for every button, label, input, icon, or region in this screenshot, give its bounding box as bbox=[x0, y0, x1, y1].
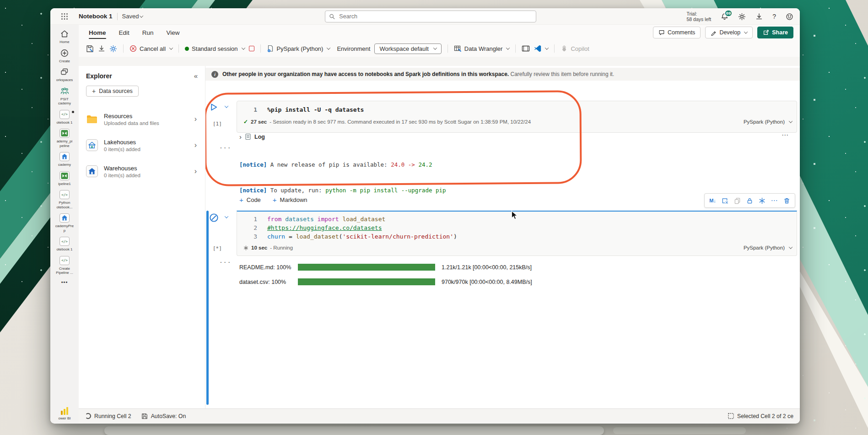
help-button[interactable]: ? bbox=[772, 13, 776, 20]
delete-cell-button[interactable] bbox=[781, 195, 793, 207]
log-doc-icon bbox=[245, 133, 251, 140]
output-more-button[interactable]: ⋯ bbox=[782, 131, 789, 139]
data-wrangler-button[interactable]: Data Wrangler bbox=[454, 45, 510, 52]
app-window: Notebook 1 Saved Trial: 58 days left bbox=[50, 8, 800, 424]
cancel-all-button[interactable]: Cancel all bbox=[129, 45, 173, 52]
waffle-menu[interactable] bbox=[50, 13, 79, 20]
explorer-panel: Explorer « + Data sources bbox=[79, 66, 205, 408]
environment-label[interactable]: Environment bbox=[337, 45, 370, 52]
rail-item-academyprep-lakehouse[interactable]: cademyPre p bbox=[50, 213, 79, 233]
add-markdown-button[interactable]: + Markdown bbox=[273, 196, 307, 204]
explorer-item-resources[interactable]: Resources Uploaded data and files › bbox=[86, 108, 198, 130]
add-cell-row: + Code + Markdown bbox=[239, 196, 307, 204]
session-status-dropdown[interactable]: Standard session bbox=[185, 45, 244, 52]
plus-icon: + bbox=[239, 196, 243, 204]
desk-reflection-2 bbox=[613, 427, 746, 434]
save-notebook-button[interactable] bbox=[86, 45, 94, 53]
execution-count-label: [*] bbox=[213, 245, 222, 251]
freeze-snowflake-icon bbox=[759, 197, 766, 204]
cell-collapse-chevron[interactable] bbox=[225, 104, 228, 108]
notebook-canvas: i Other people in your organization may … bbox=[205, 66, 800, 408]
selection-status: Selected Cell 2 of 2 ce bbox=[728, 413, 793, 419]
run-cell-button[interactable] bbox=[209, 103, 218, 112]
copy-cell-button[interactable] bbox=[731, 195, 744, 207]
tab-view[interactable]: View bbox=[167, 25, 180, 40]
notifications-button[interactable]: 69 bbox=[721, 13, 728, 21]
stop-session-button[interactable] bbox=[249, 46, 254, 51]
chevron-right-icon[interactable]: › bbox=[194, 141, 197, 149]
rail-item-power-bi[interactable]: ower BI bbox=[50, 407, 79, 421]
code-cell-1[interactable]: 1 %pip install -U -q datasets ✓ 27 sec -… bbox=[237, 101, 797, 133]
chevron-right-icon[interactable]: › bbox=[194, 115, 197, 123]
rail-item-create-pipeline[interactable]: </> Create Pipeline ... bbox=[50, 256, 79, 275]
tab-run[interactable]: Run bbox=[142, 25, 154, 40]
save-status: Saved bbox=[122, 13, 139, 20]
run-triangle-icon bbox=[209, 103, 218, 112]
rail-item-pipeline1[interactable]: ipeline1 bbox=[50, 171, 79, 186]
plus-icon: + bbox=[273, 196, 277, 204]
copilot-button[interactable]: Copilot bbox=[561, 45, 589, 52]
rail-item-psit-academy[interactable]: PSIT cademy bbox=[50, 87, 79, 106]
tab-edit[interactable]: Edit bbox=[119, 25, 129, 40]
log-toggle[interactable]: › Log bbox=[239, 133, 265, 141]
trash-icon bbox=[783, 197, 790, 204]
convert-to-markdown-button[interactable]: M↓ bbox=[706, 195, 719, 207]
search-box[interactable] bbox=[325, 11, 536, 22]
selection-box-icon bbox=[728, 413, 734, 419]
vscode-button[interactable] bbox=[534, 45, 548, 52]
lock-cell-button[interactable] bbox=[744, 195, 756, 207]
rail-item-notebook-1[interactable]: </> otebook 1 bbox=[50, 110, 79, 125]
add-code-button[interactable]: + Code bbox=[239, 196, 261, 204]
rail-item-academy-pipeline[interactable]: ademy_pi peline bbox=[50, 129, 79, 148]
cell-collapse-chevron[interactable] bbox=[225, 214, 228, 218]
rail-item-notebook-1b[interactable]: </> otebook 1 bbox=[50, 237, 79, 252]
tab-home[interactable]: Home bbox=[89, 25, 106, 40]
lakehouse-icon bbox=[59, 152, 70, 161]
rail-item-python-notebook[interactable]: </> Python otebook... bbox=[50, 190, 79, 209]
save-status-dropdown[interactable]: Saved bbox=[122, 13, 143, 20]
download-icon[interactable] bbox=[755, 13, 763, 20]
feedback-icon[interactable] bbox=[786, 13, 793, 21]
frame-view-button[interactable] bbox=[522, 45, 530, 52]
comment-bubble-icon bbox=[658, 29, 665, 36]
workspace-warning-banner: i Other people in your organization may … bbox=[205, 68, 800, 81]
chevron-right-icon[interactable]: › bbox=[194, 167, 197, 175]
freeze-cell-button[interactable] bbox=[756, 195, 768, 207]
settings-gear-icon[interactable] bbox=[738, 13, 746, 21]
share-button[interactable]: Share bbox=[757, 27, 793, 38]
comments-button[interactable]: Comments bbox=[653, 27, 701, 38]
rail-item-academy-lakehouse[interactable]: cademy bbox=[50, 152, 79, 167]
gutter-more-button[interactable]: ... bbox=[219, 257, 231, 264]
power-bi-icon bbox=[60, 407, 69, 415]
rail-item-create[interactable]: Create bbox=[50, 49, 79, 64]
rail-item-workspaces[interactable]: orkspaces bbox=[50, 67, 79, 82]
collapse-panel-icon[interactable]: « bbox=[194, 72, 198, 80]
rail-more-button[interactable]: ••• bbox=[50, 279, 79, 285]
vscode-icon bbox=[534, 45, 541, 52]
rail-item-home[interactable]: Home bbox=[50, 29, 79, 44]
clear-outputs-button[interactable] bbox=[719, 195, 731, 207]
active-dot bbox=[72, 111, 74, 113]
cell1-status-text: - Session ready in 8 sec 977 ms. Command… bbox=[270, 119, 531, 125]
language-dropdown[interactable]: PySpark (Python) bbox=[267, 45, 330, 53]
add-data-sources-button[interactable]: + Data sources bbox=[86, 86, 139, 97]
cancel-run-button[interactable] bbox=[209, 213, 219, 223]
notebook-settings-button[interactable] bbox=[109, 45, 117, 53]
warehouse-icon bbox=[86, 165, 98, 177]
develop-button[interactable]: Develop bbox=[705, 27, 753, 38]
cell-kernel-dropdown[interactable]: PySpark (Python) bbox=[744, 245, 792, 250]
cell-more-button[interactable]: ⋯ bbox=[768, 195, 781, 207]
explorer-item-warehouses[interactable]: Warehouses 0 item(s) added › bbox=[86, 160, 198, 183]
progress-bar bbox=[298, 278, 435, 285]
cell-kernel-dropdown[interactable]: PySpark (Python) bbox=[744, 119, 792, 125]
search-input[interactable] bbox=[338, 13, 532, 20]
explorer-item-lakehouses[interactable]: Lakehouses 0 item(s) added › bbox=[86, 134, 198, 157]
gutter-more-button[interactable]: ... bbox=[219, 143, 231, 150]
mouse-cursor bbox=[511, 211, 518, 220]
export-button[interactable] bbox=[98, 45, 105, 52]
search-icon bbox=[329, 13, 335, 20]
running-asterisk-icon bbox=[243, 245, 248, 250]
workspace-dropdown[interactable]: Workspace default bbox=[374, 44, 441, 54]
waffle-icon bbox=[61, 13, 68, 20]
autosave-status[interactable]: AutoSave: On bbox=[141, 413, 186, 419]
